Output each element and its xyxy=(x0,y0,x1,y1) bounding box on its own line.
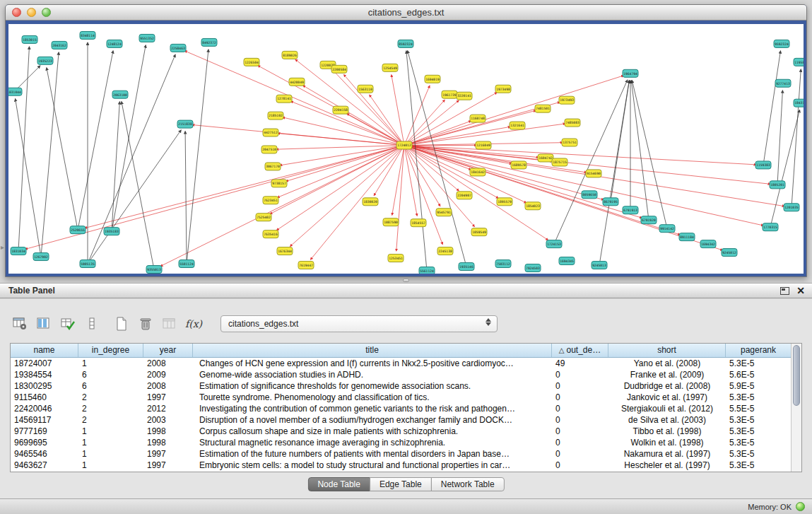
graph-node[interactable]: 1375751 xyxy=(562,139,577,146)
table-row[interactable]: 2242004622012Investigating the contribut… xyxy=(11,403,791,414)
graph-edge[interactable] xyxy=(270,146,404,214)
graph-node[interactable]: 2185102 xyxy=(268,112,283,119)
graph-node[interactable]: 9355013 xyxy=(146,266,162,274)
show-columns-icon[interactable] xyxy=(34,314,54,334)
graph-edge[interactable] xyxy=(404,146,770,185)
column-header-name[interactable]: name xyxy=(11,344,78,357)
graph-node[interactable]: 1563110 xyxy=(358,85,373,93)
function-builder-icon[interactable]: f(x) xyxy=(184,314,204,334)
graph-edge[interactable] xyxy=(88,130,181,264)
graph-node[interactable]: 2258463 xyxy=(170,44,186,52)
graph-node[interactable]: 1805201 xyxy=(770,181,785,189)
graph-node[interactable]: 2520655 xyxy=(70,226,86,234)
panel-collapse-arrow-icon[interactable]: ▸ xyxy=(1,243,4,251)
network-graph[interactable]: 1853015204316283481141248124955135222584… xyxy=(8,24,804,274)
graph-node[interactable]: 1831044 xyxy=(8,88,22,95)
graph-node[interactable]: 7619447 xyxy=(298,262,314,269)
graph-node[interactable]: 2043162 xyxy=(52,41,67,49)
graph-node[interactable]: 1604742 xyxy=(538,154,553,162)
graph-edge[interactable] xyxy=(122,102,154,270)
delete-icon[interactable] xyxy=(136,314,155,334)
graph-edge[interactable] xyxy=(78,51,113,230)
graph-edge[interactable] xyxy=(276,146,404,230)
graph-node[interactable]: 9738157 xyxy=(271,180,287,187)
graph-node[interactable]: 1831034 xyxy=(11,247,26,255)
graph-node[interactable]: 1195832 xyxy=(794,58,804,66)
graph-node[interactable]: 8911184 xyxy=(679,233,695,241)
column-header-pagerank[interactable]: pagerank xyxy=(726,344,791,357)
graph-edge[interactable] xyxy=(286,146,404,182)
graph-node[interactable]: 1770315 xyxy=(763,223,778,231)
tab-edge-table[interactable]: Edge Table xyxy=(370,477,432,491)
graph-node[interactable]: 1854023 xyxy=(525,202,541,210)
graph-node[interactable]: 1267902 xyxy=(33,253,49,261)
graph-node[interactable]: 4420049 xyxy=(289,78,305,86)
graph-node[interactable]: 9592324 xyxy=(774,40,789,47)
graph-edge[interactable] xyxy=(763,51,781,165)
graph-node[interactable]: 2047510 xyxy=(261,146,277,153)
graph-node[interactable]: 7485083 xyxy=(565,119,580,127)
graph-node[interactable]: 9154690 xyxy=(586,170,601,177)
graph-edge[interactable] xyxy=(404,76,623,146)
float-panel-icon[interactable] xyxy=(780,287,789,295)
graph-node[interactable]: 1278141 xyxy=(276,95,292,103)
graph-node[interactable]: 2151838 xyxy=(177,120,193,128)
graph-node[interactable]: 7481501 xyxy=(535,105,551,112)
graph-edge[interactable] xyxy=(187,49,208,264)
graph-node[interactable]: 3220141 xyxy=(457,92,472,100)
import-table-icon[interactable] xyxy=(160,314,180,334)
vertical-scrollbar[interactable] xyxy=(791,344,801,472)
graph-node[interactable]: 9277413 xyxy=(775,79,791,87)
graph-node[interactable]: 1935183 xyxy=(104,228,119,235)
graph-node[interactable]: 1935223 xyxy=(37,57,53,64)
tab-network-table[interactable]: Network Table xyxy=(431,477,505,491)
graph-edge[interactable] xyxy=(18,47,29,251)
graph-edge[interactable] xyxy=(277,146,404,198)
graph-node[interactable]: 6791920 xyxy=(641,216,657,224)
graph-edge[interactable] xyxy=(185,132,187,264)
graph-node[interactable]: 1226504 xyxy=(244,58,259,66)
graph-node[interactable]: 3067170 xyxy=(265,163,281,170)
graph-node[interactable]: 1694345 xyxy=(559,257,575,265)
graph-node[interactable]: 9245013 xyxy=(592,262,607,269)
table-row[interactable]: 911546021997Tourette syndrome. Phenomeno… xyxy=(11,392,791,403)
graph-node[interactable]: 1841642 xyxy=(470,168,486,176)
close-panel-icon[interactable]: ✕ xyxy=(796,286,805,296)
table-row[interactable]: 1872400712008Changes of HCN gene express… xyxy=(11,358,791,369)
graph-node[interactable]: 1875715 xyxy=(552,158,567,166)
graph-node[interactable]: 1964794 xyxy=(623,69,638,77)
graph-edge[interactable] xyxy=(631,81,649,221)
table-mode-icon[interactable] xyxy=(10,314,30,334)
graph-node[interactable]: 9914142 xyxy=(659,225,675,233)
graph-node[interactable]: 8492372 xyxy=(201,38,217,46)
graph-edge[interactable] xyxy=(310,146,404,260)
graph-node[interactable]: 9245012 xyxy=(722,249,737,257)
split-pane-handle[interactable] xyxy=(403,279,409,282)
close-button-icon[interactable] xyxy=(12,8,21,17)
graph-edge[interactable] xyxy=(404,86,430,146)
graph-node[interactable]: 1895579 xyxy=(497,198,512,206)
table-row[interactable]: 1456911722003Disruption of a novel membe… xyxy=(11,414,791,426)
graph-node[interactable]: 9545791 xyxy=(436,209,452,216)
graph-node[interactable]: 1689578 xyxy=(511,161,526,169)
network-canvas[interactable]: 1853015204316283481141248124955135222584… xyxy=(8,24,804,274)
graph-node[interactable]: 1694342 xyxy=(700,240,716,248)
column-header-title[interactable]: title xyxy=(193,344,552,357)
tab-node-table[interactable]: Node Table xyxy=(307,477,370,491)
table-row[interactable]: 969969511998Structural magnetic resonanc… xyxy=(11,437,791,448)
window-titlebar[interactable]: citations_edges.txt xyxy=(6,5,806,21)
graph-node[interactable]: 6791913 xyxy=(623,206,638,214)
graph-edge[interactable] xyxy=(112,102,119,231)
graph-node[interactable]: 4427512 xyxy=(263,129,278,136)
graph-node[interactable]: 1854557 xyxy=(411,219,426,227)
column-header-short[interactable]: short xyxy=(608,344,726,357)
graph-node[interactable]: 7623451 xyxy=(263,197,278,204)
graph-node[interactable]: 5561124 xyxy=(419,267,435,274)
graph-edge[interactable] xyxy=(404,100,445,145)
graph-node[interactable]: 1724153 xyxy=(546,240,562,248)
graph-node[interactable]: 8348114 xyxy=(80,31,95,39)
graph-node[interactable]: 7503112 xyxy=(495,260,511,268)
network-selector-dropdown[interactable]: citations_edges.txt xyxy=(220,315,498,332)
column-header-out_degree[interactable]: △out_de… xyxy=(552,344,608,357)
graph-node[interactable]: 1321641 xyxy=(510,122,525,129)
